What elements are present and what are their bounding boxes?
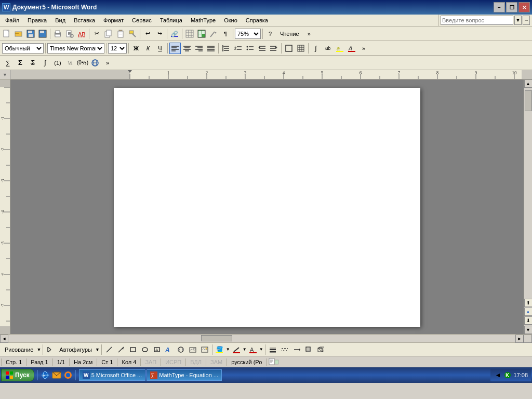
insert-picture-button[interactable] (199, 344, 210, 355)
help-search-input[interactable] (441, 16, 513, 25)
align-center-button[interactable] (181, 43, 193, 54)
start-button[interactable]: Пуск (1, 369, 34, 381)
line-style-button[interactable] (267, 344, 278, 355)
redo-button[interactable]: ↪ (154, 28, 165, 39)
formula-button[interactable]: ∫ (310, 43, 322, 54)
decrease-indent-button[interactable] (256, 43, 268, 54)
line-color-arrow[interactable]: ▼ (243, 347, 247, 352)
menu-edit[interactable]: Правка (23, 16, 51, 24)
italic-button[interactable]: К (142, 43, 154, 54)
increase-indent-button[interactable] (268, 43, 280, 54)
horizontal-scrollbar[interactable]: ◄ ► (0, 334, 532, 342)
taskbar-word-app[interactable]: W 5 Microsoft Office ... (79, 369, 146, 381)
draw-menu-button[interactable]: Рисование (2, 344, 36, 355)
eq-btn-num[interactable]: ¼ (64, 57, 76, 69)
arrow-style-button[interactable] (291, 344, 302, 355)
drawing-toggle-button[interactable] (208, 28, 219, 39)
restore-button[interactable]: ❐ (506, 2, 517, 12)
zoom-select[interactable]: 75% (235, 29, 261, 39)
draw-menu-arrow[interactable]: ▼ (36, 347, 41, 352)
eq-more-button[interactable]: » (102, 57, 113, 69)
rect-tool[interactable] (127, 344, 139, 355)
fill-color-button[interactable]: 🪣 (214, 344, 225, 355)
eq-btn-sigma[interactable]: Σ (15, 57, 26, 69)
autoshapes-arrow[interactable]: ▼ (95, 347, 100, 352)
justify-button[interactable] (205, 43, 217, 54)
scroll-down-button[interactable]: ▼ (524, 326, 533, 334)
cut-button[interactable]: ✂ (91, 28, 102, 39)
quick-launch-ie[interactable]: e (40, 370, 50, 380)
font-select[interactable]: Times New Roman (47, 43, 104, 54)
menu-view[interactable]: Вид (51, 16, 70, 24)
show-hide-button[interactable]: ¶ (220, 28, 231, 39)
save-as-button[interactable] (37, 28, 48, 39)
menu-mathtype[interactable]: MathType (187, 16, 220, 24)
bullets-button[interactable] (244, 43, 256, 54)
clipart-button[interactable] (187, 344, 198, 355)
save-button[interactable] (25, 28, 36, 39)
bold-button[interactable]: Ж (130, 43, 142, 54)
vertical-scrollbar[interactable]: ▲ ⬆ ● ⬇ ▼ (524, 79, 532, 334)
taskbar-mathtype-app[interactable]: ∑ MathType - Equation ... (147, 369, 222, 381)
fmt-more-button[interactable]: » (358, 43, 369, 54)
align-right-button[interactable] (193, 43, 205, 54)
font-color-button[interactable]: A (346, 43, 357, 54)
menu-table[interactable]: Таблица (156, 16, 187, 24)
hyperlink-button[interactable]: 🔗 (169, 28, 180, 39)
line-spacing-button[interactable] (220, 43, 232, 54)
scroll-right-button[interactable]: ► (515, 335, 524, 343)
print-button[interactable] (52, 28, 63, 39)
eq-globe[interactable] (89, 57, 101, 69)
scroll-thumb[interactable] (525, 90, 532, 111)
eq-btn-sigma2[interactable]: Σ̶ (27, 57, 38, 69)
shadow-button[interactable] (303, 344, 314, 355)
format-painter-button[interactable] (127, 28, 138, 39)
autoshapes-menu-button[interactable]: Автофигуры (57, 344, 95, 355)
menu-file[interactable]: Файл (1, 16, 23, 24)
open-button[interactable] (13, 28, 24, 39)
reading-mode-button[interactable]: Чтение (276, 28, 303, 39)
eq-btn-frac[interactable]: (0⅔) (77, 57, 88, 69)
tray-kaspersky-icon[interactable]: K (503, 371, 512, 379)
select-objects-button[interactable] (45, 344, 56, 355)
fill-color-arrow[interactable]: ▼ (226, 347, 230, 352)
wordart-button[interactable]: A (163, 344, 175, 355)
font-color-draw-button[interactable]: A (247, 344, 259, 355)
paragraph-style-select[interactable]: Обычный (2, 43, 44, 54)
highlight-button[interactable]: a (334, 43, 345, 54)
table-grid-button[interactable] (295, 43, 307, 54)
copy-button[interactable] (103, 28, 114, 39)
toolbar-more-button[interactable]: » (303, 28, 315, 39)
eq-btn-paren[interactable]: (1) (52, 57, 63, 69)
spreadsheet-button[interactable] (196, 28, 207, 39)
help-go-button[interactable]: → (523, 16, 530, 25)
border-button[interactable] (283, 43, 295, 54)
quick-launch-outlook[interactable] (51, 370, 62, 380)
align-left-button[interactable] (169, 43, 181, 54)
line-tool[interactable] (103, 344, 115, 355)
menu-format[interactable]: Формат (99, 16, 128, 24)
new-button[interactable] (1, 28, 12, 39)
menu-insert[interactable]: Вставка (70, 16, 99, 24)
font-color-draw-arrow[interactable]: ▼ (259, 347, 263, 352)
menu-window[interactable]: Окно (220, 16, 242, 24)
superscript-button[interactable]: ab (322, 43, 334, 54)
textbox-tool[interactable]: A (151, 344, 163, 355)
arrow-tool[interactable] (115, 344, 127, 355)
close-button[interactable]: ✕ (518, 2, 530, 12)
print-preview-button[interactable] (64, 28, 75, 39)
eq-btn-sum-small[interactable]: ∑ (2, 57, 14, 69)
select-browse-button[interactable]: ● (524, 308, 533, 316)
eq-btn-integral[interactable]: ∫ (39, 57, 51, 69)
prev-page-button[interactable]: ⬆ (524, 299, 533, 307)
dash-style-button[interactable] (279, 344, 290, 355)
oval-tool[interactable] (139, 344, 151, 355)
document-page[interactable] (114, 88, 420, 327)
diagram-button[interactable] (175, 344, 187, 355)
3d-button[interactable] (315, 344, 326, 355)
menu-tools[interactable]: Сервис (128, 16, 156, 24)
table-insert-button[interactable] (184, 28, 195, 39)
numbering-button[interactable]: 1.2. (232, 43, 244, 54)
undo-button[interactable]: ↩ (142, 28, 153, 39)
menu-help[interactable]: Справка (242, 16, 272, 24)
